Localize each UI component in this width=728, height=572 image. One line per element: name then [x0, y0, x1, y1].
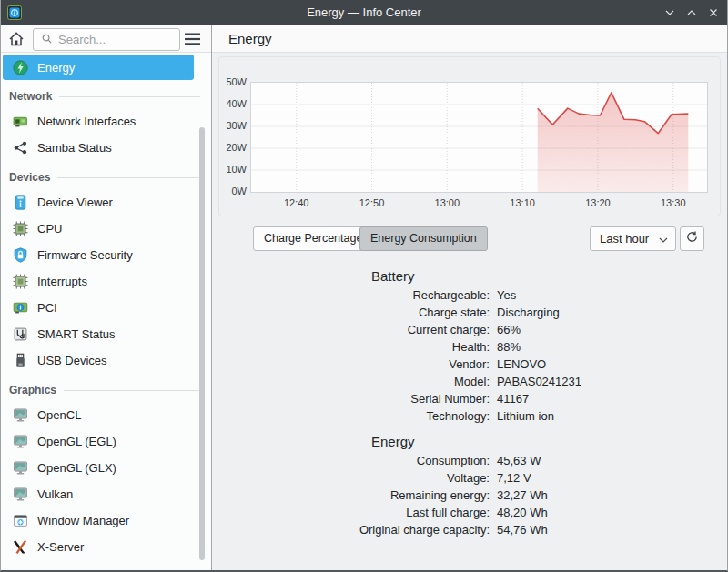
info-label: Consumption: [253, 452, 490, 469]
refresh-icon [685, 230, 699, 247]
info-value: 45,63 W [497, 452, 708, 469]
maximize-button[interactable] [684, 5, 699, 20]
sidebar-item-opengl-glx[interactable]: OpenGL (GLX) [3, 455, 194, 481]
energy-consumption-button[interactable]: Energy Consumption [359, 226, 488, 251]
y-axis-label: 40W [212, 98, 247, 109]
sidebar-item-vulkan[interactable]: Vulkan [3, 481, 194, 507]
info-value: Lithium ion [497, 407, 708, 425]
info-label: Vendor: [253, 356, 490, 373]
sidebar-item-label: Interrupts [37, 275, 87, 288]
sidebar-item-label: OpenGL (GLX) [37, 461, 116, 475]
sidebar-section-devices: Devices [0, 166, 211, 189]
sidebar-section-network: Network [0, 85, 211, 108]
sidebar-item-label: SMART Status [37, 327, 116, 341]
sidebar-section-label: Devices [9, 171, 50, 184]
hamburger-menu-button[interactable] [184, 32, 201, 46]
chart-svg [251, 83, 707, 192]
sidebar-item-label: Vulkan [37, 487, 73, 501]
device-viewer-icon [13, 195, 28, 210]
titlebar: Energy — Info Center [0, 0, 728, 25]
sidebar-section-label: Graphics [9, 384, 56, 396]
sidebar-item-network-interfaces[interactable]: Network Interfaces [3, 108, 194, 135]
y-axis-label: 10W [212, 164, 247, 175]
energy-info-grid: Consumption:45,63 WVoltage:7,12 VRemaini… [253, 452, 708, 538]
sidebar-section-label: Network [9, 90, 52, 103]
x-server-icon [13, 539, 28, 555]
minimize-button[interactable] [662, 5, 677, 20]
info-value: 66% [497, 321, 708, 338]
close-button[interactable] [706, 5, 721, 20]
y-axis-label: 50W [212, 76, 247, 87]
cpu-icon [13, 221, 28, 236]
network-interfaces-icon [13, 114, 28, 129]
sidebar-item-x-server[interactable]: X-Server [3, 534, 194, 560]
chevron-down-icon [659, 232, 668, 246]
search-icon [41, 32, 53, 48]
section-divider [59, 96, 200, 97]
sidebar-item-opengl-egl[interactable]: OpenGL (EGL) [3, 428, 194, 455]
content-pane: Charge Percentage Energy Consumption Las… [212, 53, 728, 570]
battery-info-grid: Rechargeable:YesCharge state:Discharging… [253, 286, 708, 425]
time-range-dropdown[interactable]: Last hour [590, 226, 676, 251]
info-value: 32,27 Wh [497, 487, 708, 504]
info-label: Current charge: [253, 321, 490, 338]
sidebar-item-usb-devices[interactable]: USB Devices [3, 347, 194, 374]
firmware-security-icon [13, 247, 28, 263]
info-value: 54,76 Wh [497, 521, 708, 538]
pci-icon [13, 300, 28, 316]
chart-plot [250, 82, 708, 193]
sidebar-item-label: Samba Status [37, 141, 112, 155]
sidebar-list: EnergyNetworkNetwork InterfacesSamba Sta… [0, 53, 211, 560]
sidebar-scrollbar[interactable] [199, 127, 205, 560]
sidebar-item-samba-status[interactable]: Samba Status [3, 135, 194, 161]
refresh-button[interactable] [680, 226, 704, 251]
info-label: Voltage: [253, 469, 490, 487]
sidebar-item-pci[interactable]: PCI [3, 295, 194, 321]
battery-section-heading: Battery [371, 268, 415, 284]
y-axis-label: 20W [212, 142, 247, 153]
info-label: Remaining energy: [253, 487, 490, 504]
home-button[interactable] [7, 30, 25, 48]
info-label: Original charge capacity: [253, 521, 490, 538]
x-axis-label: 13:30 [653, 197, 693, 208]
sidebar-item-label: X-Server [37, 540, 84, 554]
sidebar-item-cpu[interactable]: CPU [3, 216, 194, 242]
sidebar-item-energy[interactable]: Energy [3, 55, 194, 80]
charge-percentage-button[interactable]: Charge Percentage [253, 226, 373, 251]
sidebar-item-device-viewer[interactable]: Device Viewer [3, 189, 194, 216]
sidebar-item-label: Device Viewer [37, 196, 113, 209]
sidebar-item-label: CPU [37, 222, 62, 236]
info-label: Last full charge: [253, 504, 490, 521]
x-axis-label: 12:40 [277, 197, 317, 208]
sidebar-item-smart-status[interactable]: SMART Status [3, 321, 194, 347]
window-controls [662, 0, 721, 25]
energy-section-heading: Energy [371, 434, 415, 449]
sidebar-item-opencl[interactable]: OpenCL [3, 402, 194, 428]
sidebar-item-label: OpenCL [37, 408, 81, 422]
x-axis-label: 12:50 [351, 197, 391, 208]
x-axis-label: 13:20 [578, 197, 618, 208]
info-label: Charge state: [253, 304, 490, 321]
x-axis-label: 13:10 [502, 197, 542, 208]
interrupts-icon [13, 274, 28, 289]
opencl-icon [13, 407, 28, 423]
energy-icon [13, 60, 28, 75]
sidebar-item-window-manager[interactable]: Window Manager [3, 507, 194, 534]
sidebar-item-label: Firmware Security [37, 248, 133, 262]
sidebar-item-interrupts[interactable]: Interrupts [3, 268, 194, 295]
sidebar-item-label: OpenGL (EGL) [37, 435, 116, 448]
samba-status-icon [13, 140, 28, 156]
y-axis-label: 0W [212, 186, 247, 196]
window-title: Energy — Info Center [0, 0, 728, 25]
window-manager-icon [13, 513, 28, 528]
info-value: Discharging [497, 304, 708, 321]
search-field[interactable] [33, 28, 180, 51]
header-separator [211, 25, 212, 53]
info-label: Health: [253, 338, 490, 356]
x-axis-label: 13:00 [427, 197, 467, 208]
search-input[interactable] [58, 33, 172, 46]
sidebar: EnergyNetworkNetwork InterfacesSamba Sta… [0, 53, 212, 570]
sidebar-item-firmware-security[interactable]: Firmware Security [3, 242, 194, 268]
info-value: PABAS0241231 [497, 373, 708, 390]
info-value: LENOVO [497, 356, 708, 373]
